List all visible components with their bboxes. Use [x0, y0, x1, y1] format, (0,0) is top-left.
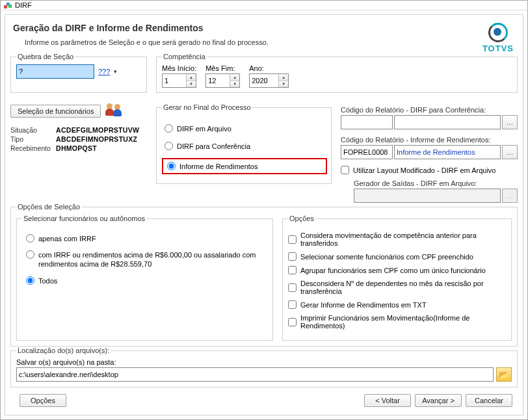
chk-desconsidera-dep[interactable]: Desconsidera Nº de dependentes no mês da…: [288, 280, 506, 295]
group-gerar-final: Gerar no Final do Processo DIRF em Arqui…: [156, 103, 332, 184]
chk-desconsidera-dep-input[interactable]: [288, 283, 297, 292]
voltar-button[interactable]: < Voltar: [364, 394, 411, 407]
radio-dirf-arquivo[interactable]: DIRF em Arquivo: [165, 124, 326, 133]
people-icon: [105, 103, 123, 119]
radio-irrf-ou-rendimentos-input[interactable]: [26, 250, 34, 259]
localizacao-legend: Localização do(s) arquivo(s):: [16, 347, 111, 354]
chk-gerar-txt-input[interactable]: [288, 300, 297, 309]
radio-dirf-conferencia-input[interactable]: [165, 142, 173, 150]
radio-irrf-ou-rendimentos[interactable]: com IRRF ou rendimentos acima de R$6.000…: [26, 250, 267, 269]
page-subtitle: Informe os parâmetros de Seleção e o que…: [25, 38, 518, 46]
mes-inicio-spinner[interactable]: ▲▼: [162, 73, 196, 88]
chk-layout-mod[interactable]: Utilizar Layout Modificado - DIRF em Arq…: [341, 166, 518, 174]
main-panel: Geração da DIRF e Informe de Rendimentos…: [5, 14, 523, 415]
cod-dirf-browse-button[interactable]: …: [502, 115, 518, 129]
radio-informe-rendimentos-label: Informe de Rendimentos: [179, 163, 257, 170]
chk-cpf-preenchido-label: Selecionar somente funcionários com CPF …: [300, 253, 473, 261]
mes-inicio-input[interactable]: [163, 74, 186, 87]
cancelar-button[interactable]: Cancelar: [466, 394, 512, 407]
chk-agrupar-cpf[interactable]: Agrupar funcionários sem CPF como um úni…: [288, 266, 506, 274]
mes-fim-spinner[interactable]: ▲▼: [205, 73, 240, 88]
gerador-saidas-block: Gerador de Saídas - DIRF em Arquivo: …: [341, 179, 518, 203]
opcoes-button[interactable]: Opções: [20, 394, 66, 407]
radio-apenas-irrf[interactable]: apenas com IRRF: [26, 234, 267, 243]
radio-dirf-conferencia[interactable]: DIRF para Conferência: [165, 142, 326, 150]
chk-gerar-txt[interactable]: Gerar Informe de Rendimentos em TXT: [288, 300, 506, 309]
cod-dirf-desc-input[interactable]: [394, 115, 501, 129]
group-competencia: Competência Mês Início: ▲▼ Mês Fim:: [156, 53, 518, 93]
footer: Opções < Voltar Avançar > Cancelar: [10, 387, 518, 410]
radio-dirf-arquivo-input[interactable]: [165, 124, 173, 133]
path-input[interactable]: [16, 367, 494, 382]
group-opcoes-selecao: Opções de Seleção Selecionar funcionário…: [10, 203, 518, 347]
svg-rect-2: [8, 5, 12, 8]
radio-informe-rendimentos-input[interactable]: [167, 162, 176, 170]
ano-label: Ano:: [249, 64, 289, 72]
folder-icon: 📂: [499, 370, 509, 380]
chk-desconsidera-dep-label: Desconsidera Nº de dependentes no mês da…: [300, 280, 506, 295]
radio-todos-input[interactable]: [26, 276, 34, 285]
chk-imprimir-sem-mov-input[interactable]: [288, 318, 297, 326]
mes-fim-input[interactable]: [206, 74, 230, 87]
radio-todos[interactable]: Todos: [26, 276, 267, 285]
cod-rend-label: Código do Relatório - Informe de Rendime…: [341, 136, 518, 144]
chk-considera-mov-label: Considera movimentação de competência an…: [300, 231, 506, 247]
gerador-input: [354, 189, 501, 203]
cod-rend-desc-input[interactable]: [394, 145, 501, 159]
quebra-input[interactable]: [16, 64, 94, 79]
chk-agrupar-cpf-label: Agrupar funcionários sem CPF como um úni…: [300, 267, 486, 274]
chk-imprimir-sem-mov[interactable]: Imprimir Funcionários sem Movimentação(I…: [288, 314, 506, 330]
mes-inicio-up[interactable]: ▲: [187, 74, 196, 81]
radio-apenas-irrf-label: apenas com IRRF: [38, 235, 96, 243]
radio-dirf-arquivo-label: DIRF em Arquivo: [177, 125, 231, 133]
chk-gerar-txt-label: Gerar Informe de Rendimentos em TXT: [300, 301, 427, 309]
cod-rend-code-input[interactable]: [341, 145, 393, 159]
ano-spinner[interactable]: ▲▼: [249, 73, 289, 88]
chk-cpf-preenchido[interactable]: Selecionar somente funcionários com CPF …: [288, 252, 506, 261]
ano-down[interactable]: ▼: [279, 81, 288, 88]
radio-informe-rendimentos[interactable]: Informe de Rendimentos: [163, 159, 326, 173]
chk-cpf-preenchido-input[interactable]: [288, 252, 297, 261]
brand-logo: TOTVS: [482, 23, 514, 53]
situacao-label: Situação: [10, 125, 56, 135]
gerador-label: Gerador de Saídas - DIRF em Arquivo:: [354, 179, 518, 187]
avancar-button[interactable]: Avançar >: [415, 394, 462, 407]
ano-up[interactable]: ▲: [279, 74, 288, 81]
chk-layout-mod-input[interactable]: [341, 166, 349, 174]
chk-agrupar-cpf-input[interactable]: [288, 266, 297, 274]
selecao-funcionarios-button[interactable]: Seleção de funcionários: [10, 105, 101, 118]
cod-dirf-code-input[interactable]: [341, 115, 393, 129]
radio-apenas-irrf-input[interactable]: [26, 234, 34, 243]
situacao-value: ACDEFGILMOPRSTUVW: [56, 126, 139, 134]
header-area: Geração da DIRF e Informe de Rendimentos…: [10, 20, 518, 53]
quebra-legend: Quebra de Seção: [16, 53, 75, 60]
recebimento-value: DHMOPQST: [56, 144, 97, 152]
radio-dirf-conferencia-label: DIRF para Conferência: [177, 142, 250, 150]
logo-text: TOTVS: [482, 44, 514, 53]
selecao-summary: SituaçãoACDEFGILMOPRSTUVW TipoABCDEFIMNO…: [10, 125, 147, 153]
ano-input[interactable]: [250, 74, 278, 87]
content: Geração da DIRF e Informe de Rendimentos…: [1, 10, 527, 419]
recebimento-label: Recebimento: [10, 144, 56, 153]
mes-inicio-down[interactable]: ▼: [187, 81, 196, 88]
chk-considera-mov-input[interactable]: [288, 235, 297, 244]
app-icon: [3, 1, 12, 10]
tipo-value: ABCDEFIMNOPRSTUXZ: [56, 135, 137, 143]
logo-ring-icon: [488, 23, 508, 42]
codigos-area: Código do Relatório - DIRF para Conferên…: [341, 103, 518, 203]
quebra-lookup-link[interactable]: ???: [98, 68, 110, 75]
mes-fim-label: Mês Fim:: [205, 64, 240, 72]
gerar-legend: Gerar no Final do Processo: [162, 103, 252, 111]
group-quebra-secao: Quebra de Seção ??? ▾: [10, 53, 147, 93]
group-sel-func: Selecionar funcionários ou autônomos ape…: [16, 215, 273, 341]
page-title: Geração da DIRF e Informe de Rendimentos: [13, 23, 518, 33]
mes-fim-down[interactable]: ▼: [230, 81, 239, 88]
cod-rend-browse-button[interactable]: …: [502, 145, 518, 159]
cod-dirf-label: Código do Relatório - DIRF para Conferên…: [341, 106, 518, 114]
chk-considera-mov[interactable]: Considera movimentação de competência an…: [288, 231, 506, 247]
radio-todos-label: Todos: [38, 277, 57, 285]
sel-func-legend: Selecionar funcionários ou autônomos: [22, 215, 146, 222]
quebra-dropdown-icon[interactable]: ▾: [114, 68, 117, 75]
folder-browse-button[interactable]: 📂: [496, 367, 512, 382]
mes-fim-up[interactable]: ▲: [230, 74, 239, 81]
